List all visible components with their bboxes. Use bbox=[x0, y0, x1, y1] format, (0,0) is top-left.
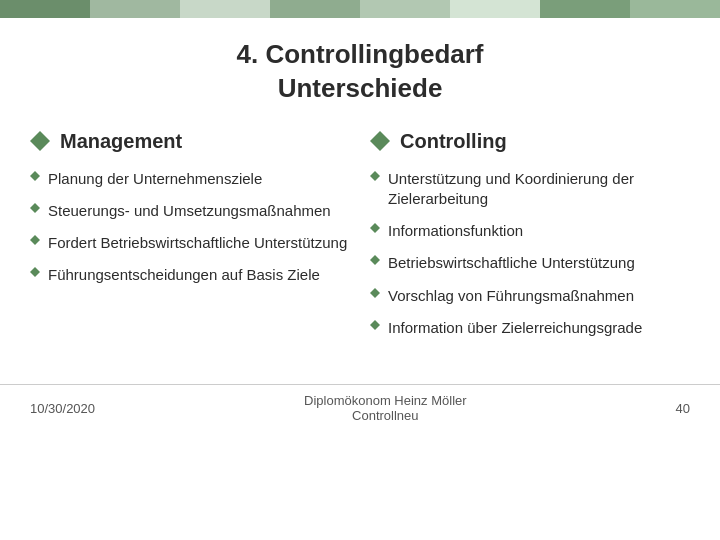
management-item-3: Fordert Betriebswirtschaftliche Unterstü… bbox=[30, 233, 350, 253]
controlling-item-3-text: Betriebswirtschaftliche Unterstützung bbox=[388, 253, 635, 273]
bullet-icon-c4 bbox=[370, 288, 380, 298]
management-item-2-text: Steuerungs- und Umsetzungsmaßnahmen bbox=[48, 201, 331, 221]
svg-marker-2 bbox=[30, 203, 40, 213]
bullet-icon-c3 bbox=[370, 255, 380, 265]
controlling-title: Controlling bbox=[400, 130, 507, 153]
slide-title: 4. Controllingbedarf Unterschiede bbox=[30, 38, 690, 106]
controlling-diamond-icon bbox=[370, 131, 390, 151]
svg-marker-6 bbox=[370, 171, 380, 181]
controlling-header: Controlling bbox=[370, 130, 690, 153]
content-columns: Management Planung der Unternehmensziele… bbox=[30, 130, 690, 351]
bullet-icon-m3 bbox=[30, 235, 40, 245]
management-item-3-text: Fordert Betriebswirtschaftliche Unterstü… bbox=[48, 233, 347, 253]
footer: 10/30/2020 Diplomökonom Heinz Möller Con… bbox=[0, 384, 720, 429]
title-line1: 4. Controllingbedarf bbox=[237, 39, 484, 69]
svg-marker-0 bbox=[30, 131, 50, 151]
controlling-item-1-text: Unterstützung und Koordinierung der Ziel… bbox=[388, 169, 690, 210]
top-bar-seg-7 bbox=[540, 0, 630, 18]
footer-date: 10/30/2020 bbox=[30, 401, 95, 416]
svg-marker-4 bbox=[30, 267, 40, 277]
management-item-1: Planung der Unternehmensziele bbox=[30, 169, 350, 189]
controlling-item-5-text: Information über Zielerreichungsgrade bbox=[388, 318, 642, 338]
svg-marker-8 bbox=[370, 255, 380, 265]
controlling-item-4: Vorschlag von Führungsmaßnahmen bbox=[370, 286, 690, 306]
footer-author: Diplomökonom Heinz Möller bbox=[304, 393, 467, 408]
management-item-4-text: Führungsentscheidungen auf Basis Ziele bbox=[48, 265, 320, 285]
footer-company: Controllneu bbox=[304, 408, 467, 423]
top-bar-seg-4 bbox=[270, 0, 360, 18]
top-bar-seg-8 bbox=[630, 0, 720, 18]
bullet-icon-c5 bbox=[370, 320, 380, 330]
top-bar bbox=[0, 0, 720, 18]
svg-marker-1 bbox=[30, 171, 40, 181]
bullet-icon-m2 bbox=[30, 203, 40, 213]
controlling-item-4-text: Vorschlag von Führungsmaßnahmen bbox=[388, 286, 634, 306]
controlling-list: Unterstützung und Koordinierung der Ziel… bbox=[370, 169, 690, 339]
management-title: Management bbox=[60, 130, 182, 153]
management-header: Management bbox=[30, 130, 350, 153]
management-column: Management Planung der Unternehmensziele… bbox=[30, 130, 350, 351]
top-bar-seg-3 bbox=[180, 0, 270, 18]
management-item-4: Führungsentscheidungen auf Basis Ziele bbox=[30, 265, 350, 285]
controlling-item-2: Informationsfunktion bbox=[370, 221, 690, 241]
top-bar-seg-6 bbox=[450, 0, 540, 18]
svg-marker-7 bbox=[370, 223, 380, 233]
management-item-2: Steuerungs- und Umsetzungsmaßnahmen bbox=[30, 201, 350, 221]
controlling-item-2-text: Informationsfunktion bbox=[388, 221, 523, 241]
bullet-icon-m1 bbox=[30, 171, 40, 181]
svg-marker-10 bbox=[370, 320, 380, 330]
svg-marker-3 bbox=[30, 235, 40, 245]
management-diamond-icon bbox=[30, 131, 50, 151]
svg-marker-9 bbox=[370, 288, 380, 298]
bullet-icon-m4 bbox=[30, 267, 40, 277]
top-bar-seg-1 bbox=[0, 0, 90, 18]
bullet-icon-c2 bbox=[370, 223, 380, 233]
controlling-item-5: Information über Zielerreichungsgrade bbox=[370, 318, 690, 338]
controlling-item-3: Betriebswirtschaftliche Unterstützung bbox=[370, 253, 690, 273]
footer-page: 40 bbox=[676, 401, 690, 416]
controlling-column: Controlling Unterstützung und Koordinier… bbox=[370, 130, 690, 351]
svg-marker-5 bbox=[370, 131, 390, 151]
management-list: Planung der Unternehmensziele Steuerungs… bbox=[30, 169, 350, 286]
top-bar-seg-5 bbox=[360, 0, 450, 18]
top-bar-seg-2 bbox=[90, 0, 180, 18]
controlling-item-1: Unterstützung und Koordinierung der Ziel… bbox=[370, 169, 690, 210]
bullet-icon-c1 bbox=[370, 171, 380, 181]
footer-center: Diplomökonom Heinz Möller Controllneu bbox=[304, 393, 467, 423]
title-line2: Unterschiede bbox=[278, 73, 443, 103]
management-item-1-text: Planung der Unternehmensziele bbox=[48, 169, 262, 189]
